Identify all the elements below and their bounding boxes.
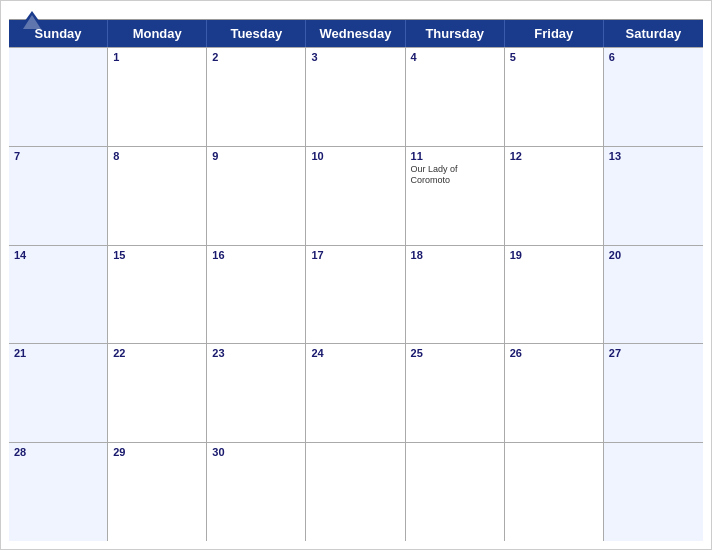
week-row-1: 123456: [9, 47, 703, 146]
day-number: 1: [113, 51, 201, 63]
day-cell: 25: [406, 344, 505, 442]
day-number: 20: [609, 249, 698, 261]
day-cell: 29: [108, 443, 207, 541]
day-cell: 17: [306, 246, 405, 344]
day-header-saturday: Saturday: [604, 20, 703, 47]
day-number: 6: [609, 51, 698, 63]
day-cell: 15: [108, 246, 207, 344]
day-header-friday: Friday: [505, 20, 604, 47]
day-number: 11: [411, 150, 499, 162]
day-cell: 21: [9, 344, 108, 442]
day-number: 12: [510, 150, 598, 162]
day-number: 4: [411, 51, 499, 63]
day-cell: 7: [9, 147, 108, 245]
day-number: 24: [311, 347, 399, 359]
day-header-monday: Monday: [108, 20, 207, 47]
day-number: 27: [609, 347, 698, 359]
day-cell: 10: [306, 147, 405, 245]
day-header-thursday: Thursday: [406, 20, 505, 47]
day-number: 29: [113, 446, 201, 458]
day-number: 18: [411, 249, 499, 261]
logo: [17, 9, 49, 31]
day-cell: 18: [406, 246, 505, 344]
day-cell: 4: [406, 48, 505, 146]
day-cell: 6: [604, 48, 703, 146]
day-cell: 19: [505, 246, 604, 344]
day-number: 9: [212, 150, 300, 162]
day-cell: 14: [9, 246, 108, 344]
day-number: 28: [14, 446, 102, 458]
day-number: 14: [14, 249, 102, 261]
day-cell: 26: [505, 344, 604, 442]
day-cell: 9: [207, 147, 306, 245]
calendar-grid: SundayMondayTuesdayWednesdayThursdayFrid…: [9, 19, 703, 541]
day-number: 17: [311, 249, 399, 261]
day-number: 30: [212, 446, 300, 458]
day-cell: 22: [108, 344, 207, 442]
day-number: 10: [311, 150, 399, 162]
week-row-2: 7891011Our Lady of Coromoto1213: [9, 146, 703, 245]
day-cell: 8: [108, 147, 207, 245]
day-number: 2: [212, 51, 300, 63]
calendar-header: [1, 1, 711, 15]
day-cell: 13: [604, 147, 703, 245]
day-headers: SundayMondayTuesdayWednesdayThursdayFrid…: [9, 20, 703, 47]
day-header-wednesday: Wednesday: [306, 20, 405, 47]
day-cell: [604, 443, 703, 541]
week-row-4: 21222324252627: [9, 343, 703, 442]
day-cell: [306, 443, 405, 541]
calendar-container: SundayMondayTuesdayWednesdayThursdayFrid…: [0, 0, 712, 550]
day-number: 22: [113, 347, 201, 359]
event-text: Our Lady of Coromoto: [411, 164, 499, 187]
day-cell: 27: [604, 344, 703, 442]
day-number: 19: [510, 249, 598, 261]
day-number: 23: [212, 347, 300, 359]
day-number: 7: [14, 150, 102, 162]
day-header-tuesday: Tuesday: [207, 20, 306, 47]
day-cell: 3: [306, 48, 405, 146]
logo-icon: [17, 9, 47, 31]
day-cell: 23: [207, 344, 306, 442]
day-number: 21: [14, 347, 102, 359]
day-number: 8: [113, 150, 201, 162]
day-cell: [505, 443, 604, 541]
day-cell: 2: [207, 48, 306, 146]
day-cell: 28: [9, 443, 108, 541]
day-cell: 12: [505, 147, 604, 245]
day-cell: 20: [604, 246, 703, 344]
day-number: 13: [609, 150, 698, 162]
week-row-3: 14151617181920: [9, 245, 703, 344]
day-number: 26: [510, 347, 598, 359]
day-cell: 30: [207, 443, 306, 541]
weeks: 1234567891011Our Lady of Coromoto1213141…: [9, 47, 703, 541]
day-cell: 1: [108, 48, 207, 146]
day-cell: 24: [306, 344, 405, 442]
day-number: 3: [311, 51, 399, 63]
day-number: 15: [113, 249, 201, 261]
day-cell: [9, 48, 108, 146]
day-cell: 16: [207, 246, 306, 344]
day-number: 5: [510, 51, 598, 63]
week-row-5: 282930: [9, 442, 703, 541]
day-cell: 5: [505, 48, 604, 146]
day-cell: 11Our Lady of Coromoto: [406, 147, 505, 245]
day-number: 25: [411, 347, 499, 359]
day-number: 16: [212, 249, 300, 261]
day-cell: [406, 443, 505, 541]
